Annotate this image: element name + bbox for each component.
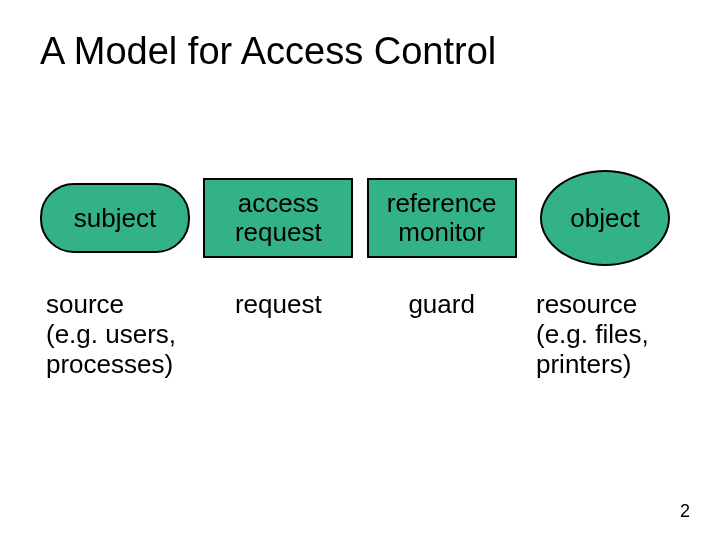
shape-subject: subject [40,183,190,253]
shape-access-request: accessrequest [203,178,353,258]
page-number: 2 [680,501,690,522]
shape-reference-monitor: referencemonitor [367,178,517,258]
cell-label-source: source(e.g. users,processes) [40,290,190,380]
cell-subject: subject [40,183,190,253]
label-request: request [203,290,353,320]
cell-label-resource: resource(e.g. files,printers) [530,290,680,380]
cell-label-guard: guard [367,290,517,320]
cell-label-request: request [203,290,353,320]
cell-access-request: accessrequest [203,178,353,258]
diagram-row: subject accessrequest referencemonitor o… [40,170,680,266]
label-guard: guard [367,290,517,320]
labels-row: source(e.g. users,processes) request gua… [40,290,680,380]
label-source: source(e.g. users,processes) [40,290,190,380]
cell-reference-monitor: referencemonitor [367,178,517,258]
label-resource: resource(e.g. files,printers) [530,290,680,380]
cell-object: object [530,170,680,266]
slide-title: A Model for Access Control [40,30,496,73]
shape-object: object [540,170,670,266]
